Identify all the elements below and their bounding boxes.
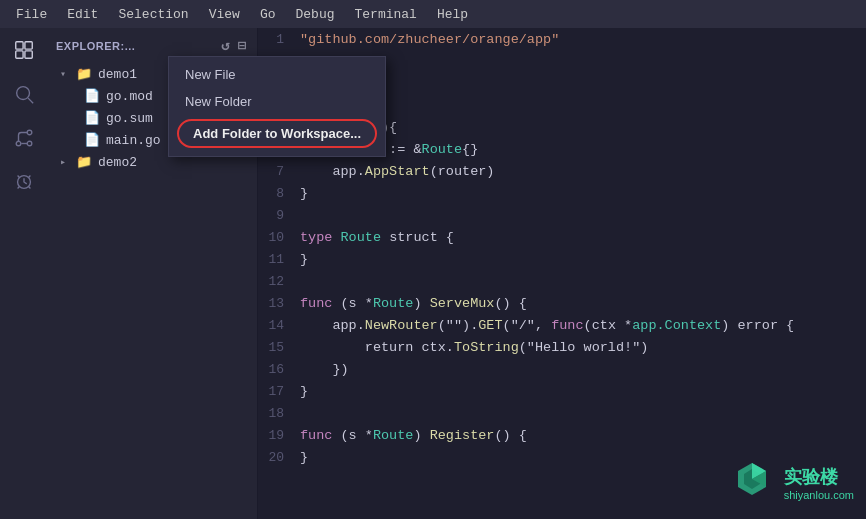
watermark-text-container: 实验楼 shiyanlou.com bbox=[784, 465, 854, 501]
line-code-19: func (s *Route) Register() { bbox=[300, 428, 527, 443]
line-code-1: "github.com/zhucheer/orange/app" bbox=[300, 32, 559, 47]
code-line-14: 14 app.NewRouter("").GET("/", func(ctx *… bbox=[258, 314, 866, 336]
token: (s * bbox=[341, 428, 373, 443]
line-number-19: 19 bbox=[258, 428, 300, 443]
token: ToString bbox=[454, 340, 519, 355]
line-code-13: func (s *Route) ServeMux() { bbox=[300, 296, 527, 311]
code-line-1: 1"github.com/zhucheer/orange/app" bbox=[258, 28, 866, 50]
line-code-16: }) bbox=[300, 362, 349, 377]
folder-arrow-demo2: ▸ bbox=[60, 156, 76, 168]
line-code-15: return ctx.ToString("Hello world!") bbox=[300, 340, 648, 355]
folder-name-demo1: demo1 bbox=[98, 67, 137, 82]
refresh-icon[interactable]: ↺ bbox=[219, 35, 232, 56]
menu-debug[interactable]: Debug bbox=[287, 5, 342, 24]
token: func bbox=[300, 428, 341, 443]
token: ("/", bbox=[503, 318, 552, 333]
token: Register bbox=[430, 428, 495, 443]
line-code-11: } bbox=[300, 252, 308, 267]
folder-arrow-demo1: ▾ bbox=[60, 68, 76, 80]
folder-icon-demo1: 📁 bbox=[76, 66, 94, 82]
svg-point-7 bbox=[27, 130, 32, 135]
search-icon[interactable] bbox=[10, 80, 38, 108]
token: ) bbox=[413, 296, 429, 311]
token: func bbox=[551, 318, 583, 333]
menu-view[interactable]: View bbox=[201, 5, 248, 24]
file-icon-sum: 📄 bbox=[84, 110, 102, 126]
line-number-20: 20 bbox=[258, 450, 300, 465]
menu-edit[interactable]: Edit bbox=[59, 5, 106, 24]
token: (s * bbox=[341, 296, 373, 311]
token: Route bbox=[422, 142, 463, 157]
code-line-17: 17} bbox=[258, 380, 866, 402]
token: (ctx * bbox=[584, 318, 633, 333]
watermark-logo-icon bbox=[728, 459, 776, 507]
sidebar-actions: ↺ ⊟ bbox=[219, 35, 249, 56]
token: Route bbox=[373, 296, 414, 311]
menu-selection[interactable]: Selection bbox=[110, 5, 196, 24]
line-number-1: 1 bbox=[258, 32, 300, 47]
line-number-16: 16 bbox=[258, 362, 300, 377]
folder-icon-demo2: 📁 bbox=[76, 154, 94, 170]
line-number-10: 10 bbox=[258, 230, 300, 245]
token: Route bbox=[341, 230, 382, 245]
code-line-7: 7 app.AppStart(router) bbox=[258, 160, 866, 182]
file-name-maingo: main.go bbox=[106, 133, 161, 148]
code-line-16: 16 }) bbox=[258, 358, 866, 380]
token: app. bbox=[300, 318, 365, 333]
watermark-sub-text: shiyanlou.com bbox=[784, 489, 854, 501]
file-icon-go: 📄 bbox=[84, 132, 102, 148]
line-code-18 bbox=[300, 406, 308, 421]
menu-new-file[interactable]: New File bbox=[169, 61, 385, 88]
token: (router) bbox=[430, 164, 495, 179]
svg-rect-2 bbox=[16, 51, 23, 58]
token: {} bbox=[462, 142, 478, 157]
token: func bbox=[300, 296, 341, 311]
token: ServeMux bbox=[430, 296, 495, 311]
menu-terminal[interactable]: Terminal bbox=[347, 5, 425, 24]
line-code-9 bbox=[300, 208, 308, 223]
code-line-18: 18 bbox=[258, 402, 866, 424]
token: } bbox=[300, 450, 308, 465]
file-name-gomod: go.mod bbox=[106, 89, 153, 104]
code-line-9: 9 bbox=[258, 204, 866, 226]
svg-point-4 bbox=[17, 87, 30, 100]
token: () { bbox=[494, 296, 526, 311]
token: Route bbox=[373, 428, 414, 443]
token: } bbox=[300, 384, 308, 399]
line-number-13: 13 bbox=[258, 296, 300, 311]
menu-file[interactable]: File bbox=[8, 5, 55, 24]
token: return ctx. bbox=[300, 340, 454, 355]
token: type bbox=[300, 230, 341, 245]
line-number-11: 11 bbox=[258, 252, 300, 267]
menu-go[interactable]: Go bbox=[252, 5, 284, 24]
file-icon-mod: 📄 bbox=[84, 88, 102, 104]
token: AppStart bbox=[365, 164, 430, 179]
watermark: 实验楼 shiyanlou.com bbox=[728, 459, 854, 507]
activity-bar bbox=[0, 28, 48, 519]
line-number-17: 17 bbox=[258, 384, 300, 399]
collapse-icon[interactable]: ⊟ bbox=[236, 35, 249, 56]
menubar: File Edit Selection View Go Debug Termin… bbox=[0, 0, 866, 28]
token: NewRouter bbox=[365, 318, 438, 333]
svg-line-5 bbox=[28, 98, 33, 103]
line-number-14: 14 bbox=[258, 318, 300, 333]
token: ) bbox=[413, 428, 429, 443]
token: GET bbox=[478, 318, 502, 333]
explorer-icon[interactable] bbox=[10, 36, 38, 64]
line-number-15: 15 bbox=[258, 340, 300, 355]
debug-icon[interactable] bbox=[10, 168, 38, 196]
line-code-20: } bbox=[300, 450, 308, 465]
token: struct { bbox=[381, 230, 454, 245]
explorer-title: EXPLORER:... bbox=[56, 40, 135, 52]
line-code-14: app.NewRouter("").GET("/", func(ctx *app… bbox=[300, 318, 794, 333]
menu-help[interactable]: Help bbox=[429, 5, 476, 24]
source-control-icon[interactable] bbox=[10, 124, 38, 152]
token: } bbox=[300, 186, 308, 201]
menu-add-folder-workspace[interactable]: Add Folder to Workspace... bbox=[177, 119, 377, 148]
code-line-13: 13func (s *Route) ServeMux() { bbox=[258, 292, 866, 314]
token: ("Hello world!") bbox=[519, 340, 649, 355]
line-number-18: 18 bbox=[258, 406, 300, 421]
line-number-9: 9 bbox=[258, 208, 300, 223]
menu-new-folder[interactable]: New Folder bbox=[169, 88, 385, 115]
line-code-17: } bbox=[300, 384, 308, 399]
